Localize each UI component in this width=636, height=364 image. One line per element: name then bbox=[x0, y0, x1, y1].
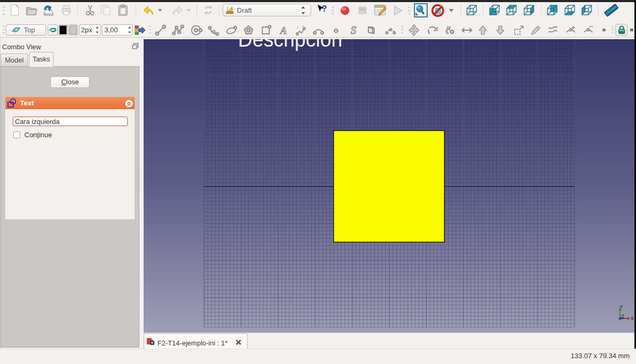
svg-text:Z: Z bbox=[622, 314, 624, 319]
svg-text:X: X bbox=[631, 316, 634, 321]
svg-text:S: S bbox=[350, 24, 356, 36]
svg-text:?: ? bbox=[322, 4, 327, 13]
svg-text:Y: Y bbox=[620, 304, 623, 309]
svg-text:A: A bbox=[280, 25, 287, 36]
svg-text:Descripción: Descripción bbox=[238, 39, 342, 51]
